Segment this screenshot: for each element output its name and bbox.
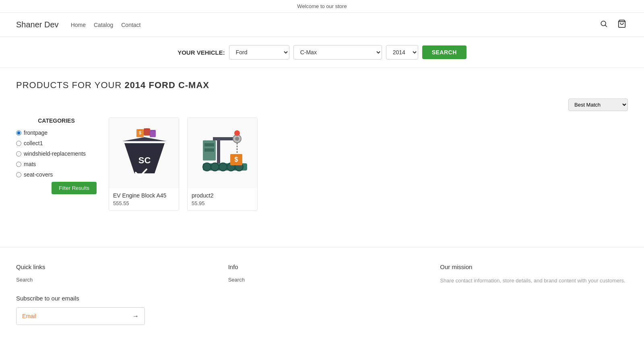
nav-catalog[interactable]: Catalog (94, 22, 113, 28)
sort-row: Best Match Price: Low to High Price: Hig… (16, 99, 628, 111)
subscribe-title: Subscribe to our emails (16, 295, 204, 302)
subscribe-button[interactable]: → (127, 308, 144, 325)
category-label: seat-covers (24, 171, 53, 178)
products-grid: SC $ EV Engine Bloc (109, 117, 628, 211)
svg-point-0 (601, 21, 606, 26)
subscribe-form: → (16, 307, 145, 325)
svg-rect-7 (144, 128, 150, 136)
svg-point-19 (235, 137, 239, 141)
footer-quick-links: Quick links Search Subscribe to our emai… (16, 263, 204, 325)
year-select[interactable]: 2014 2015 2016 2013 2012 (386, 45, 418, 60)
footer-info: Info Search (228, 263, 416, 325)
vehicle-search-button[interactable]: SEARCH (422, 45, 466, 59)
content-layout: CATEGORIES frontpage collect1 windshield… (16, 117, 628, 211)
logo[interactable]: Shaner Dev (16, 20, 59, 29)
svg-marker-4 (122, 137, 167, 141)
category-seat-covers[interactable]: seat-covers (16, 171, 97, 178)
product-card[interactable]: SC $ EV Engine Bloc (109, 117, 179, 211)
email-input[interactable] (17, 308, 127, 324)
svg-text:SC: SC (138, 155, 151, 165)
sidebar: CATEGORIES frontpage collect1 windshield… (16, 117, 97, 211)
product-image-svg: $ (195, 125, 251, 181)
category-mats[interactable]: mats (16, 161, 97, 167)
cart-button[interactable] (616, 18, 628, 32)
svg-rect-8 (150, 130, 156, 137)
product-card[interactable]: $ product2 55.95 (187, 117, 258, 211)
info-title: Info (228, 263, 416, 270)
product-image: SC $ (109, 118, 179, 188)
sort-select[interactable]: Best Match Price: Low to High Price: Hig… (568, 99, 628, 111)
product-name: product2 (192, 192, 253, 199)
svg-rect-16 (217, 137, 220, 163)
search-icon (600, 20, 608, 28)
mission-title: Our mission (440, 263, 628, 270)
product-name: EV Engine Block A45 (113, 192, 175, 199)
footer-columns: Quick links Search Subscribe to our emai… (16, 263, 628, 325)
make-select[interactable]: Ford Chevy Toyota Honda Dodge (229, 45, 289, 60)
product-price: 55.95 (192, 200, 253, 206)
main-content: PRODUCTS FOR YOUR 2014 FORD C-MAX Best M… (0, 68, 644, 223)
main-nav: Home Catalog Contact (71, 22, 598, 28)
category-label: mats (24, 161, 36, 167)
subscribe-section: Subscribe to our emails → (16, 295, 204, 325)
model-select[interactable]: C-Max Focus Mustang F-150 Explorer (293, 45, 382, 60)
category-collect1[interactable]: collect1 (16, 140, 97, 146)
search-button[interactable] (598, 18, 609, 31)
nav-home[interactable]: Home (71, 22, 86, 28)
svg-point-12 (211, 163, 219, 171)
footer-link-search-info[interactable]: Search (228, 277, 416, 283)
quick-links-title: Quick links (16, 263, 204, 270)
product-price: 555.55 (113, 200, 175, 206)
page-title: PRODUCTS FOR YOUR 2014 FORD C-MAX (16, 80, 628, 90)
cart-icon (617, 19, 626, 28)
svg-rect-26 (204, 148, 214, 152)
svg-text:$: $ (139, 131, 141, 135)
page-title-prefix: PRODUCTS FOR YOUR (16, 80, 124, 90)
category-frontpage[interactable]: frontpage (16, 130, 97, 136)
product-image: $ (188, 118, 258, 188)
announcement-text: Welcome to our store (297, 3, 347, 9)
category-label: frontpage (24, 130, 47, 136)
header: Shaner Dev Home Catalog Contact (0, 13, 644, 37)
category-label: collect1 (24, 140, 43, 146)
svg-point-13 (219, 163, 227, 171)
vehicle-label: YOUR VEHICLE: (178, 49, 225, 56)
page-title-bold: 2014 FORD C-MAX (124, 80, 209, 90)
header-icons (598, 18, 628, 32)
footer-mission: Our mission Share contact information, s… (440, 263, 628, 325)
categories-title: CATEGORIES (16, 117, 97, 124)
mission-text: Share contact information, store details… (440, 277, 628, 285)
category-label: windshield-replacements (24, 150, 86, 157)
footer-link-search-quick[interactable]: Search (16, 277, 204, 283)
filter-results-button[interactable]: Filter Results (52, 182, 97, 194)
category-windshield[interactable]: windshield-replacements (16, 150, 97, 157)
svg-rect-25 (204, 143, 214, 146)
nav-contact[interactable]: Contact (121, 22, 140, 28)
product-info: EV Engine Block A45 555.55 (109, 188, 179, 210)
product-image-svg: SC $ (116, 125, 173, 181)
announcement-bar: Welcome to our store (0, 0, 644, 13)
footer: Quick links Search Subscribe to our emai… (0, 247, 644, 337)
svg-line-1 (605, 25, 607, 27)
svg-text:$: $ (234, 156, 238, 163)
svg-point-11 (203, 163, 211, 171)
vehicle-selector: YOUR VEHICLE: Ford Chevy Toyota Honda Do… (0, 37, 644, 68)
svg-point-20 (234, 130, 240, 136)
product-info: product2 55.95 (188, 188, 257, 210)
